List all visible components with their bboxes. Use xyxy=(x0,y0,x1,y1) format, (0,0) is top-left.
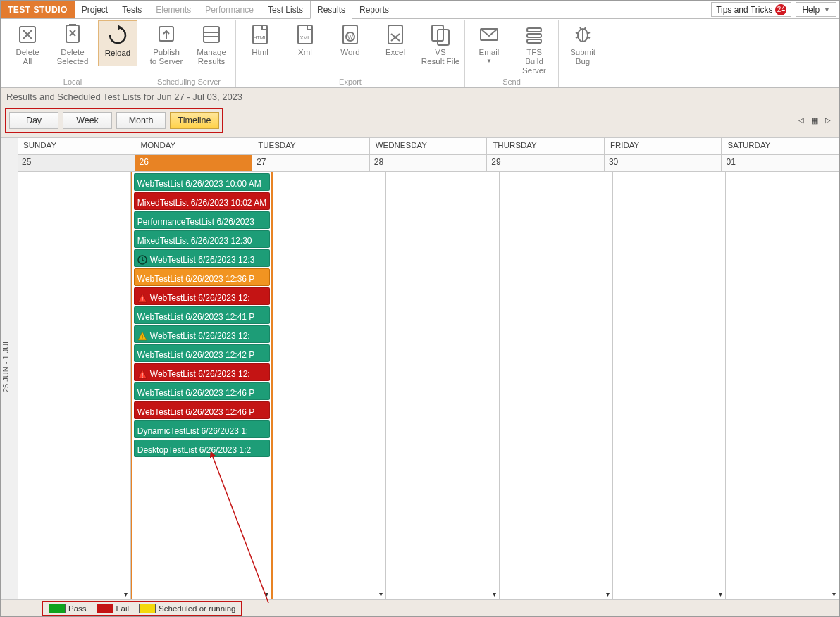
date-cell[interactable]: 27 xyxy=(252,155,370,171)
day-cell[interactable]: WebTestList 6/26/2023 10:00 AMMixedTestL… xyxy=(131,172,273,599)
ribbon-html-button[interactable]: HTML Html xyxy=(240,20,280,66)
legend-label: Pass xyxy=(68,604,87,613)
date-cell[interactable]: 30 xyxy=(605,155,722,171)
ribbon-publish-button[interactable]: Publishto Server xyxy=(147,20,186,66)
reload-icon xyxy=(105,23,130,48)
ribbon-excel-button[interactable]: Excel xyxy=(376,20,415,66)
ribbon-label: SubmitBug xyxy=(570,48,595,66)
event-item[interactable]: !WebTestList 6/26/2023 12: xyxy=(134,363,270,381)
menu-elements[interactable]: Elements xyxy=(149,1,198,18)
ribbon-word-button[interactable]: W Word xyxy=(331,20,370,66)
expand-day-icon[interactable]: ▾ xyxy=(265,590,268,598)
view-day-button[interactable]: Day xyxy=(9,112,58,129)
event-item[interactable]: WebTestList 6/26/2023 12:46 P xyxy=(134,382,270,400)
help-label: Help xyxy=(802,5,820,15)
day-cell[interactable]: ▾ xyxy=(386,172,500,599)
date-cell[interactable]: 28 xyxy=(370,155,488,171)
expand-day-icon[interactable]: ▾ xyxy=(606,590,610,598)
event-label: WebTestList 6/26/2023 12:36 P xyxy=(137,274,255,284)
day-cell[interactable]: ▾ xyxy=(18,172,131,599)
svg-rect-28 xyxy=(527,39,541,43)
legend-highlight: PassFailScheduled or running xyxy=(42,601,242,616)
event-label: WebTestList 6/26/2023 12:46 P xyxy=(137,388,255,398)
menu-test-lists[interactable]: Test Lists xyxy=(261,1,310,18)
event-item[interactable]: WebTestList 6/26/2023 12:42 P xyxy=(134,344,270,362)
event-item[interactable]: PerformanceTestList 6/26/2023 xyxy=(134,211,270,229)
day-cell[interactable]: ▾ xyxy=(500,172,613,599)
menu-reports[interactable]: Reports xyxy=(352,1,396,18)
date-cell[interactable]: 01 xyxy=(722,155,839,171)
menu-results[interactable]: Results xyxy=(310,1,352,19)
view-week-button[interactable]: Week xyxy=(63,112,112,129)
event-item[interactable]: WebTestList 6/26/2023 12:3 xyxy=(134,249,270,267)
expand-day-icon[interactable]: ▾ xyxy=(719,590,722,598)
expand-day-icon[interactable]: ▾ xyxy=(379,590,383,598)
ribbon-email-button[interactable]: Email ▼ xyxy=(469,20,509,76)
ribbon-label: Excel xyxy=(385,48,405,57)
day-cell[interactable]: ▾ xyxy=(273,172,386,599)
ribbon-delete-selected-button[interactable]: DeleteSelected xyxy=(53,20,92,66)
help-menu[interactable]: Help ▼ xyxy=(796,2,836,17)
ribbon-delete-all-button[interactable]: DeleteAll xyxy=(8,20,47,66)
day-header: SUNDAY xyxy=(18,138,135,154)
ribbon-reload-button[interactable]: Reload xyxy=(98,20,137,66)
event-item[interactable]: WebTestList 6/26/2023 12:36 P xyxy=(134,268,270,286)
view-month-button[interactable]: Month xyxy=(116,112,166,129)
event-item[interactable]: WebTestList 6/26/2023 10:00 AM xyxy=(134,173,270,191)
warn-icon: ! xyxy=(137,293,147,303)
ribbon-bug-button[interactable]: SubmitBug xyxy=(563,20,603,66)
event-item[interactable]: WebTestList 6/26/2023 12:41 P xyxy=(134,306,270,324)
ribbon-manage-button[interactable]: ManageResults xyxy=(192,20,231,66)
app-window: TEST STUDIO ProjectTestsElementsPerforma… xyxy=(0,0,840,617)
ribbon-label: Publishto Server xyxy=(150,48,183,66)
day-cell[interactable]: ▾ xyxy=(726,172,839,599)
ribbon-vs-button[interactable]: VSResult File xyxy=(421,20,460,66)
svg-marker-7 xyxy=(118,25,122,30)
svg-text:!: ! xyxy=(142,334,144,341)
date-cell[interactable]: 29 xyxy=(487,155,605,171)
vs-icon xyxy=(428,22,453,47)
menu-performance[interactable]: Performance xyxy=(198,1,261,18)
tfs-icon xyxy=(521,22,547,47)
next-nav-icon[interactable]: ▷ xyxy=(825,116,831,125)
date-cell[interactable]: 26 xyxy=(135,155,253,171)
date-cell[interactable]: 25 xyxy=(18,155,135,171)
expand-day-icon[interactable]: ▾ xyxy=(832,590,836,598)
email-icon xyxy=(476,22,502,47)
event-item[interactable]: !WebTestList 6/26/2023 12: xyxy=(134,325,270,343)
ribbon-label: Xml xyxy=(298,48,312,57)
event-item[interactable]: MixedTestList 6/26/2023 10:02 AM xyxy=(134,192,270,210)
day-header: THURSDAY xyxy=(487,138,605,154)
event-label: WebTestList 6/26/2023 10:00 AM xyxy=(137,179,261,189)
event-label: WebTestList 6/26/2023 12: xyxy=(150,293,250,303)
prev-nav-icon[interactable]: ◁ xyxy=(798,116,804,125)
legend-item-yellow: Scheduled or running xyxy=(139,604,235,613)
tips-and-tricks[interactable]: Tips and Tricks 24 xyxy=(711,2,791,17)
menu-project[interactable]: Project xyxy=(75,1,115,18)
menu-tests[interactable]: Tests xyxy=(115,1,149,18)
event-item[interactable]: DesktopTestList 6/26/2023 1:2 xyxy=(134,440,270,457)
event-item[interactable]: WebTestList 6/26/2023 12:46 P xyxy=(134,401,270,419)
dropdown-icon: ▼ xyxy=(486,58,492,64)
day-header: SATURDAY xyxy=(722,138,839,154)
view-timeline-button[interactable]: Timeline xyxy=(170,112,219,129)
svg-rect-13 xyxy=(253,25,267,44)
day-cell[interactable]: ▾ xyxy=(613,172,727,599)
ribbon-xml-button[interactable]: XML Xml xyxy=(285,20,325,66)
ribbon: DeleteAll DeleteSelected Reload Local Pu… xyxy=(1,19,839,88)
event-item[interactable]: DynamicTestList 6/26/2023 1: xyxy=(134,420,270,438)
ribbon-label: TFSBuild Server xyxy=(514,48,554,76)
event-item[interactable]: !WebTestList 6/26/2023 12: xyxy=(134,287,270,305)
dropdown-icon: ▼ xyxy=(824,6,830,13)
calendar-body: ▾WebTestList 6/26/2023 10:00 AMMixedTest… xyxy=(18,172,839,599)
ribbon-tfs-button[interactable]: TFSBuild Server xyxy=(514,20,554,76)
expand-day-icon[interactable]: ▾ xyxy=(124,590,128,598)
grid-nav-icon[interactable]: ▦ xyxy=(811,116,818,125)
svg-rect-20 xyxy=(388,25,402,44)
event-item[interactable]: MixedTestList 6/26/2023 12:30 xyxy=(134,230,270,248)
swatch-yellow xyxy=(139,604,156,613)
expand-day-icon[interactable]: ▾ xyxy=(493,590,496,598)
brand: TEST STUDIO xyxy=(1,1,75,18)
group-caption: Send xyxy=(502,77,521,86)
event-label: DesktopTestList 6/26/2023 1:2 xyxy=(137,445,251,455)
